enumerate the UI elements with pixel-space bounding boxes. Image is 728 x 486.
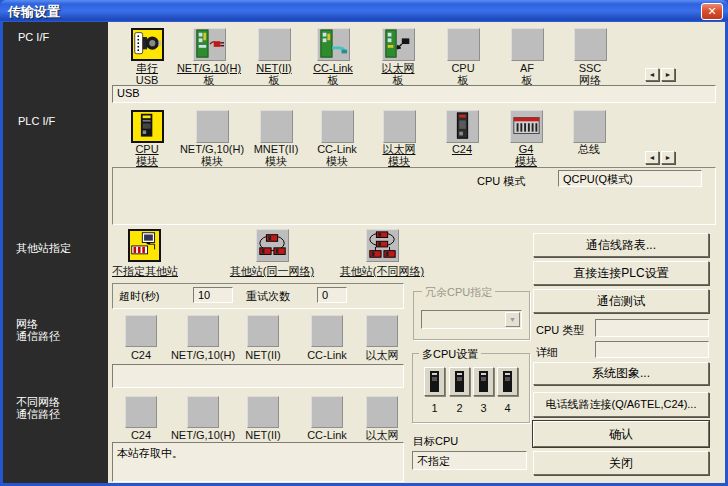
multi-cpu-1-button[interactable] <box>424 367 445 396</box>
netroute-ethernet-icon[interactable] <box>366 315 398 347</box>
g4-module-icon[interactable] <box>510 110 543 143</box>
other-station-label-none[interactable]: 不指定其他站 <box>108 265 182 277</box>
target-cpu-field[interactable]: 不指定 <box>412 451 527 470</box>
netroute-netg-icon[interactable] <box>187 315 219 347</box>
netg-board-icon[interactable] <box>193 28 226 61</box>
direct-plc-connect-button[interactable]: 直接连接PLC设置 <box>533 261 709 285</box>
target-cpu-label: 目标CPU <box>413 434 458 449</box>
netroute-net2-icon[interactable] <box>247 315 279 347</box>
system-image-button[interactable]: 系统图象... <box>533 362 709 385</box>
sidebar-label-plc-if: PLC I/F <box>18 115 55 127</box>
netroute-label-ethernet: 以太网 <box>342 349 422 361</box>
cpu-type-field <box>595 319 709 337</box>
close-icon: ✕ <box>707 5 716 18</box>
other-station-label-same-network[interactable]: 其他站(同一网络) <box>217 265 327 277</box>
title-bar[interactable]: 传输设置 ✕ <box>0 0 728 22</box>
timeout-input[interactable]: 10 <box>193 287 233 303</box>
timeout-label: 超时(秒) <box>119 289 159 304</box>
mnet2-module-icon[interactable] <box>260 110 293 143</box>
cpu-module-icon[interactable] <box>131 110 164 143</box>
cpu-tower-icon <box>427 370 442 393</box>
diffroute-net2-icon[interactable] <box>247 396 279 428</box>
same-network-station-icon[interactable] <box>256 229 289 262</box>
other-station-label-diff-network[interactable]: 其他站(不同网络) <box>327 265 437 277</box>
detail-field <box>595 341 709 358</box>
netg-module-icon[interactable] <box>196 110 229 143</box>
chevron-down-icon: ▼ <box>505 312 520 327</box>
retry-input[interactable]: 0 <box>317 287 347 303</box>
cpu-tower-icon <box>452 370 467 393</box>
cclink-module-icon[interactable] <box>321 110 354 143</box>
phone-line-connect-button[interactable]: 电话线路连接(Q/A6TEL,C24)... <box>533 392 709 417</box>
redundant-cpu-dropdown[interactable]: ▼ <box>421 310 522 329</box>
diffroute-cclink-icon[interactable] <box>311 396 343 428</box>
diffroute-c24-icon[interactable] <box>125 396 157 428</box>
cpu-mode-value-field: QCPU(Q模式) <box>558 170 702 187</box>
left-arrow-icon: ◄ <box>649 71 656 78</box>
multi-cpu-label-2: 2 <box>449 402 470 414</box>
close-button[interactable]: ✕ <box>701 3 723 20</box>
diffroute-ethernet-icon[interactable] <box>366 396 398 428</box>
sidebar-label-diffnet-2: 通信路径 <box>16 407 60 422</box>
multi-cpu-2-button[interactable] <box>449 367 470 396</box>
cpu-type-label: CPU 类型 <box>536 323 584 338</box>
multi-cpu-4-button[interactable] <box>497 367 518 396</box>
cpu-board-icon[interactable] <box>447 28 480 61</box>
serial-usb-icon[interactable] <box>131 28 164 61</box>
pc-if-value-field: USB <box>112 85 716 103</box>
cclink-board-icon[interactable] <box>317 28 350 61</box>
retry-label: 重试次数 <box>246 289 290 304</box>
netroute-c24-icon[interactable] <box>125 315 157 347</box>
netroute-cclink-icon[interactable] <box>311 315 343 347</box>
ssc-network-icon[interactable] <box>574 28 607 61</box>
multi-cpu-title: 多CPU设置 <box>419 347 481 362</box>
plcif-label-bus: 总线 <box>549 143 629 155</box>
no-other-station-icon[interactable] <box>128 229 161 262</box>
net2-board-icon[interactable] <box>258 28 291 61</box>
ethernet-module-icon[interactable] <box>383 110 416 143</box>
plcif-scroll-left-button[interactable]: ◄ <box>645 151 659 164</box>
cpu-tower-icon <box>500 370 515 393</box>
pcif-label-ssc-network: SSC网络 <box>550 62 630 86</box>
af-board-icon[interactable] <box>511 28 544 61</box>
close-dialog-button[interactable]: 关闭 <box>533 451 709 475</box>
sidebar-label-network-2: 通信路径 <box>16 329 60 344</box>
right-arrow-icon: ► <box>665 71 672 78</box>
detail-label: 详细 <box>536 345 558 360</box>
redundant-cpu-title: 冗余CPU指定 <box>422 285 495 300</box>
ok-button[interactable]: 确认 <box>533 421 709 447</box>
cpu-tower-icon <box>476 370 491 393</box>
sidebar-label-pc-if: PC I/F <box>18 31 49 43</box>
diffroute-label-ethernet: 以太网 <box>342 429 422 441</box>
cpu-mode-label: CPU 模式 <box>477 174 525 189</box>
diffroute-netg-icon[interactable] <box>187 396 219 428</box>
pcif-scroll-left-button[interactable]: ◄ <box>645 68 659 81</box>
c24-module-icon[interactable] <box>446 110 479 143</box>
plcif-scroll-right-button[interactable]: ► <box>661 151 675 164</box>
netroute-value-field <box>112 364 404 388</box>
transfer-setup-dialog: 传输设置 ✕ PC I/F PLC I/F 其他站指定 网络 通信路径 不同网络… <box>0 0 728 486</box>
comm-line-list-button[interactable]: 通信线路表... <box>533 233 709 257</box>
multi-cpu-label-1: 1 <box>424 402 445 414</box>
multi-cpu-3-button[interactable] <box>473 367 494 396</box>
ethernet-board-icon[interactable] <box>382 28 415 61</box>
sidebar-label-other-station: 其他站指定 <box>16 241 71 256</box>
redundant-cpu-value <box>422 315 425 327</box>
left-arrow-icon: ◄ <box>649 154 656 161</box>
status-box: 本站存取中。 <box>112 442 404 482</box>
pcif-scroll-right-button[interactable]: ► <box>661 68 675 81</box>
comm-test-button[interactable]: 通信测试 <box>533 289 709 313</box>
bus-icon[interactable] <box>573 110 606 143</box>
multi-cpu-label-3: 3 <box>473 402 494 414</box>
multi-cpu-label-4: 4 <box>497 402 518 414</box>
diff-network-station-icon[interactable] <box>366 229 399 262</box>
right-arrow-icon: ► <box>665 154 672 161</box>
window-title: 传输设置 <box>8 3 60 21</box>
